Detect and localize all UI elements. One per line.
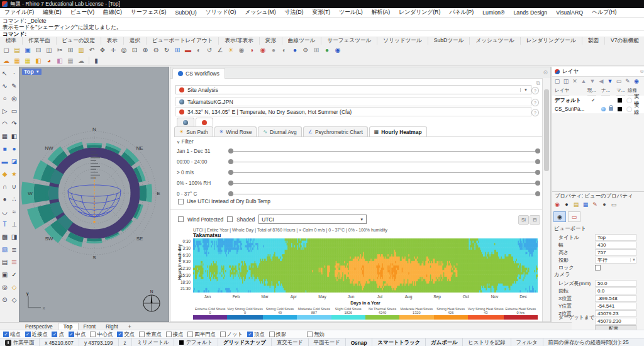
osnap-item[interactable]: ✓近接点 <box>25 331 48 338</box>
fillet-icon[interactable]: ∩ <box>0 180 9 193</box>
shaded-checkbox[interactable] <box>227 216 233 222</box>
copy-icon[interactable]: ⊞ <box>65 45 75 55</box>
light-icon[interactable]: ☀ <box>226 45 236 55</box>
osnap-checkbox[interactable]: ✓ <box>25 332 31 337</box>
render-shell-icon[interactable]: ◗ <box>247 45 257 55</box>
move-left-icon[interactable]: ◀ <box>597 77 605 85</box>
open-folder-icon[interactable]: ▤ <box>12 45 22 55</box>
material-icon[interactable]: ● <box>563 200 570 208</box>
rotate-view-icon[interactable]: ↻ <box>162 45 172 55</box>
osnap-item[interactable]: ✓頂点 <box>247 331 265 338</box>
osnap-item[interactable]: ノット <box>220 331 243 338</box>
menu-item[interactable]: サーフェス(S) <box>126 9 171 16</box>
osnap-item[interactable]: ✓端点 <box>3 331 21 338</box>
active-layer-cell[interactable]: デフォルト <box>174 338 218 346</box>
utci-checkbox-row[interactable]: Use UTCI Instead of Dry Bulb Temp <box>178 198 270 204</box>
scrollbar-thumb[interactable] <box>544 89 549 171</box>
cplane-cell[interactable]: 作業平面 <box>0 338 40 346</box>
osnap-item[interactable]: 無効 <box>307 331 325 338</box>
osnap-checkbox[interactable]: ✓ <box>3 332 9 337</box>
workflow-select[interactable]: Site Analysis ▼ <box>175 85 531 94</box>
top-viewport[interactable]: Top ▼ NNEESESSWWNW y x N <box>19 67 169 322</box>
visibility-icon[interactable]: ◐ <box>194 45 204 55</box>
toolbar-tab[interactable]: 表示/非表示 <box>219 37 259 45</box>
layer-tools-icon[interactable]: ✎ <box>624 77 631 85</box>
toggle-Osnap[interactable]: Osnap <box>346 338 373 346</box>
menu-item[interactable]: 曲線(C) <box>99 9 126 16</box>
menu-item[interactable]: Lands Design <box>509 9 552 16</box>
undo-icon[interactable]: ↶ <box>87 45 97 55</box>
layer-visibility-cell[interactable] <box>599 107 607 111</box>
filter-section-header[interactable]: ∨ Filter <box>177 138 194 145</box>
toolbar-tab[interactable]: メッシュツール <box>470 37 520 45</box>
panel-close-icon[interactable]: ⊙ <box>640 69 644 74</box>
osnap-item[interactable]: 四半円点 <box>187 331 215 338</box>
slider-handle-max[interactable] <box>535 181 540 186</box>
radiation-dome-icon[interactable]: ◧ <box>33 56 43 65</box>
menu-item[interactable]: レンダリング(R) <box>394 9 445 16</box>
layer-color-cell[interactable] <box>615 107 625 111</box>
render-sphere-icon[interactable]: ● <box>269 45 279 55</box>
layout-icon[interactable]: ⊞ <box>311 45 321 55</box>
history-icon[interactable]: ↺ <box>204 45 214 55</box>
layer-color-swatch[interactable] <box>618 98 622 103</box>
toggle-平面モード[interactable]: 平面モード <box>309 338 346 346</box>
toolbar-tab[interactable]: ビューポートレイアウト <box>147 37 219 45</box>
osnap-checkbox[interactable] <box>269 332 275 337</box>
bar-chart-icon[interactable]: ▮ <box>91 56 101 65</box>
slider-handle-min[interactable] <box>228 170 233 175</box>
toggle-フィルタ[interactable]: フィルタ <box>511 338 543 346</box>
tab-hourly-heatmap[interactable]: ▦Hourly Heatmap <box>369 126 427 137</box>
climate-person-icon[interactable]: ☁ <box>1 56 11 65</box>
curve2-icon[interactable]: ◡ <box>0 205 9 218</box>
toolbar-tab[interactable]: 製図 <box>582 37 605 45</box>
panel-splitter[interactable] <box>552 191 644 192</box>
viewport-title-menu[interactable]: Top ▼ <box>22 69 42 75</box>
range-slider[interactable] <box>228 169 540 176</box>
si-units-button[interactable]: SI <box>518 215 529 225</box>
property-value[interactable]: -54.541 <box>595 303 636 310</box>
osnap-item[interactable]: ✓交点 <box>117 331 135 338</box>
earth-icon[interactable]: ● <box>322 45 332 55</box>
toolbar-tab[interactable]: 表示 <box>101 37 124 45</box>
zoom-icon[interactable]: ◎ <box>119 45 129 55</box>
tab-wind-rose[interactable]: ✳Wind Rose <box>214 126 257 137</box>
layer-material-cell[interactable]: ◯ <box>625 106 634 112</box>
cloud-icon[interactable]: ☁ <box>76 56 86 65</box>
osnap-item[interactable]: 垂直点 <box>139 331 162 338</box>
layer-column-header[interactable]: レイヤ <box>555 87 569 96</box>
zoom-dynamic-icon[interactable]: ⊕ <box>140 45 150 55</box>
menu-item[interactable]: ヘルプ(H) <box>587 9 621 16</box>
layer-material-cell[interactable]: ◯ <box>625 97 634 103</box>
menu-item[interactable]: ファイル(F) <box>0 9 38 16</box>
property-value[interactable]: 45079.230 <box>595 318 636 325</box>
slider-handle-min[interactable] <box>228 191 233 196</box>
menu-item[interactable]: Lumion® <box>478 9 509 16</box>
slider-track[interactable] <box>228 151 540 152</box>
frame-props-icon[interactable]: ▭ <box>568 211 580 222</box>
location-file-help-icon[interactable]: ? <box>531 99 539 106</box>
slider-track[interactable] <box>228 194 540 195</box>
radiation-grid-icon[interactable]: ▦ <box>23 56 33 65</box>
menu-item[interactable]: 寸法(D) <box>280 9 308 16</box>
toolbar-tab[interactable]: 変形 <box>260 37 282 45</box>
property-value[interactable]: 45079.23 <box>595 310 636 317</box>
location-desc-help-icon[interactable]: ? <box>531 109 539 116</box>
menu-item[interactable]: VisualARQ <box>552 9 587 16</box>
move-icon[interactable]: ✛ <box>108 45 118 55</box>
osnap-checkbox[interactable] <box>90 332 96 337</box>
slider-track[interactable] <box>228 183 540 184</box>
slider-track[interactable] <box>228 172 540 174</box>
gem-icon[interactable]: ◇ <box>9 281 19 293</box>
select-icon[interactable]: ↖ <box>0 67 9 79</box>
utci-checkbox[interactable] <box>178 199 184 204</box>
menu-item[interactable]: パネル(P) <box>445 9 478 16</box>
range-slider[interactable] <box>228 191 540 197</box>
osnap-item[interactable]: 接点 <box>166 331 184 338</box>
block-icon[interactable]: ▧ <box>0 243 9 255</box>
pan-icon[interactable]: ✥ <box>97 45 108 55</box>
properties-doc-icon[interactable]: ◫ <box>44 45 54 55</box>
named-view-icon[interactable]: ▬ <box>183 45 193 55</box>
location-file-row[interactable]: TakamatsuKG.JPN <box>175 97 531 106</box>
range-slider[interactable] <box>228 159 540 165</box>
